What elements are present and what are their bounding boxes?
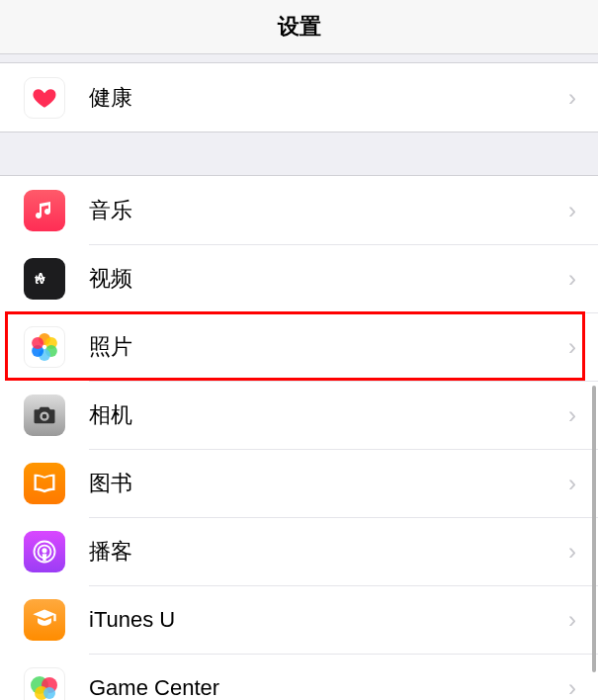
- video-icon: tv: [24, 258, 65, 300]
- podcasts-icon: [24, 531, 65, 572]
- row-health[interactable]: 健康 ›: [0, 63, 598, 131]
- scrollbar[interactable]: [592, 386, 596, 672]
- row-label: 播客: [89, 537, 568, 567]
- health-icon: [24, 77, 65, 119]
- row-label: 照片: [89, 332, 568, 362]
- row-label: 音乐: [89, 196, 568, 225]
- row-video[interactable]: tv 视频 ›: [0, 244, 598, 312]
- settings-group-1: 健康 ›: [0, 62, 598, 131]
- chevron-right-icon: ›: [568, 470, 576, 497]
- svg-point-9: [42, 548, 46, 553]
- chevron-right-icon: ›: [568, 674, 576, 701]
- svg-point-6: [32, 337, 43, 349]
- row-itunesu[interactable]: iTunes U ›: [0, 585, 598, 654]
- chevron-right-icon: ›: [568, 84, 576, 112]
- page-title: 设置: [0, 0, 598, 54]
- svg-point-13: [43, 687, 55, 699]
- row-label: 图书: [89, 469, 568, 498]
- row-label: iTunes U: [89, 607, 568, 633]
- row-label: Game Center: [89, 675, 568, 701]
- spacer: [0, 131, 598, 176]
- settings-group-2: 音乐 › tv 视频 › 照片 › 相机 ›: [0, 176, 598, 700]
- chevron-right-icon: ›: [568, 606, 576, 634]
- chevron-right-icon: ›: [568, 333, 576, 361]
- row-label: 健康: [89, 83, 568, 113]
- chevron-right-icon: ›: [568, 401, 576, 429]
- spacer: [0, 54, 598, 62]
- music-icon: [24, 190, 65, 231]
- photos-icon: [24, 326, 65, 368]
- svg-text:tv: tv: [35, 273, 45, 287]
- chevron-right-icon: ›: [568, 538, 576, 566]
- camera-icon: [24, 394, 65, 436]
- row-label: 相机: [89, 400, 568, 430]
- chevron-right-icon: ›: [568, 197, 576, 224]
- row-books[interactable]: 图书 ›: [0, 449, 598, 517]
- gamecenter-icon: [24, 667, 65, 701]
- row-photos[interactable]: 照片 ›: [0, 312, 598, 381]
- books-icon: [24, 463, 65, 504]
- chevron-right-icon: ›: [568, 265, 576, 293]
- row-camera[interactable]: 相机 ›: [0, 381, 598, 449]
- row-gamecenter[interactable]: Game Center ›: [0, 654, 598, 700]
- row-podcasts[interactable]: 播客 ›: [0, 517, 598, 585]
- row-music[interactable]: 音乐 ›: [0, 176, 598, 244]
- row-label: 视频: [89, 264, 568, 294]
- itunesu-icon: [24, 599, 65, 641]
